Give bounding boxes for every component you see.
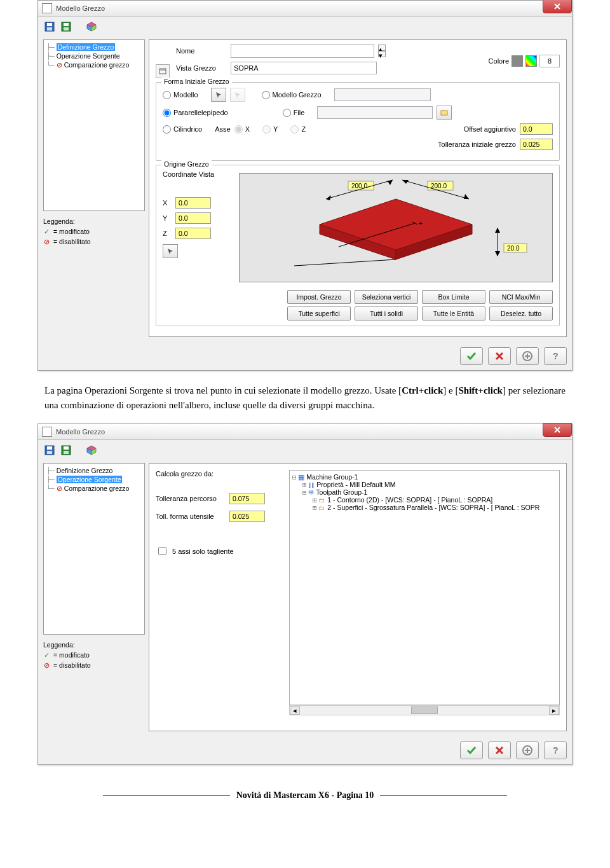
radio-axis-x[interactable]: X	[234, 125, 250, 134]
tutti-solidi-button[interactable]: Tutti i solidi	[355, 307, 418, 320]
toolbar	[38, 440, 572, 460]
svg-rect-9	[159, 69, 166, 74]
ok-button[interactable]	[460, 347, 483, 365]
save-icon[interactable]	[43, 20, 56, 33]
box-limite-button[interactable]: Box Limite	[422, 290, 485, 304]
cube-icon[interactable]	[85, 444, 98, 457]
save-green-icon[interactable]	[60, 20, 72, 33]
title-text: Modello Grezzo	[56, 4, 105, 12]
legend-title: Leggenda:	[43, 641, 145, 649]
toll-utensile-label: Toll. forma utensile	[156, 513, 226, 520]
origine-group: Origine Grezzo Coordinate Vista X0.0 Y0.…	[156, 165, 560, 326]
svg-text:200.0: 200.0	[431, 183, 447, 189]
svg-rect-41	[64, 446, 69, 450]
color-index[interactable]: 8	[539, 55, 560, 67]
tree-item-comparazione[interactable]: └─ ⊘ Comparazione grezzo	[45, 60, 143, 69]
view-icon-button[interactable]	[156, 64, 170, 78]
nome-input[interactable]	[231, 44, 374, 58]
chk-5assi[interactable]: 5 assi solo tagliente	[156, 545, 234, 557]
svg-rect-1	[47, 23, 52, 26]
toll-utensile-value[interactable]: 0.025	[229, 511, 265, 522]
dialog-modello-grezzo-1: Modello Grezzo ├─ Definizione Grezzo ├─ …	[37, 0, 573, 371]
save-green-icon[interactable]	[60, 444, 72, 457]
dialog-modello-grezzo-2: Modello Grezzo ├─ Definizione Grezzo ├─ …	[37, 424, 573, 765]
deselez-tutto-button[interactable]: Deselez. tutto	[489, 307, 553, 320]
svg-marker-24	[402, 180, 409, 184]
svg-text:+: +	[419, 220, 423, 227]
stock-diagram: 200.0 200.0 200.0 20.0	[239, 173, 553, 282]
svg-rect-4	[64, 23, 69, 26]
tree-item-definizione[interactable]: ├─ Definizione Grezzo	[45, 43, 143, 52]
colore-label: Colore	[489, 57, 509, 65]
radio-file[interactable]: File	[283, 109, 305, 117]
radio-axis-z[interactable]: Z	[290, 125, 306, 134]
file-combo[interactable]	[317, 106, 433, 119]
save-icon[interactable]	[43, 444, 56, 457]
titlebar[interactable]: Modello Grezzo	[38, 424, 572, 440]
tree-item-definizione[interactable]: ├─ Definizione Grezzo	[45, 466, 143, 475]
imposta-grezzo-button[interactable]: Impost. Grezzo	[287, 290, 351, 304]
radio-modello[interactable]: Modello	[163, 91, 198, 99]
add-button[interactable]	[516, 347, 539, 365]
machine-tree[interactable]: ⊟▦Machine Group-1 ⊞⫿⫿Proprietà - Mill De…	[289, 470, 560, 705]
svg-rect-42	[64, 451, 69, 454]
svg-rect-38	[47, 446, 52, 450]
close-button[interactable]	[543, 423, 572, 437]
toll-iniziale-value[interactable]: 0.025	[520, 139, 553, 150]
radio-parallelepipedo[interactable]: Pararellelepipedo	[163, 109, 228, 117]
color-picker-icon[interactable]	[525, 55, 537, 67]
help-button[interactable]: ?	[544, 347, 567, 365]
coord-x[interactable]: 0.0	[175, 197, 211, 209]
color-swatch[interactable]	[512, 55, 523, 67]
arrow-pick-icon[interactable]	[211, 88, 226, 102]
tree-item-operazione[interactable]: ├─ Operazione Sorgente	[45, 475, 143, 484]
nome-label: Nome	[176, 47, 227, 55]
svg-marker-22	[326, 195, 331, 200]
vista-label: Vista Grezzo	[176, 64, 227, 72]
app-icon	[42, 427, 52, 437]
svg-marker-27	[495, 251, 500, 256]
svg-text:?: ?	[553, 745, 559, 755]
cube-icon[interactable]	[85, 20, 98, 33]
offset-value[interactable]: 0.0	[520, 123, 553, 135]
toll-percorso-label: Tolleranza percorso	[156, 495, 226, 502]
tutte-entita-button[interactable]: Tutte le Entità	[422, 307, 485, 320]
legend-title: Leggenda:	[43, 217, 145, 225]
radio-cilindrico[interactable]: Cilindrico	[163, 125, 202, 134]
legend: Leggenda: ✓= modificato ⊘= disabilitato	[43, 641, 145, 669]
seleziona-vertici-button[interactable]: Seleziona vertici	[355, 290, 418, 304]
svg-marker-23	[388, 180, 393, 185]
page-footer: Novità di Mastercam X6 - Pagina 10	[236, 790, 374, 800]
toolbar	[38, 17, 572, 37]
help-button[interactable]: ?	[544, 741, 567, 759]
svg-marker-28	[320, 199, 472, 250]
tree-item-comparazione[interactable]: └─ ⊘ Comparazione grezzo	[45, 484, 143, 493]
svg-rect-11	[441, 111, 447, 115]
pick-origin-icon[interactable]	[163, 244, 178, 258]
radio-axis-y[interactable]: Y	[262, 125, 278, 134]
vista-value[interactable]: SOPRA	[231, 62, 377, 74]
svg-text:?: ?	[553, 351, 559, 361]
titlebar[interactable]: Modello Grezzo	[38, 1, 572, 17]
close-button[interactable]	[543, 0, 572, 13]
svg-rect-5	[64, 27, 69, 31]
tree-item-operazione[interactable]: ├─ Operazione Sorgente	[45, 52, 143, 60]
cancel-button[interactable]	[488, 347, 511, 365]
add-button[interactable]	[516, 741, 539, 759]
h-scrollbar[interactable]: ◂ ▸	[289, 705, 560, 715]
radio-modello-grezzo[interactable]: Modello Grezzo	[262, 91, 322, 99]
nci-maxmin-button[interactable]: NCI Max/Min	[489, 290, 553, 304]
cancel-button[interactable]	[488, 741, 511, 759]
toll-percorso-value[interactable]: 0.075	[229, 493, 265, 504]
modello-grezzo-combo[interactable]	[334, 88, 431, 101]
tutte-superfici-button[interactable]: Tutte superfici	[287, 307, 351, 320]
nome-spinner[interactable]: ▴▾	[378, 45, 386, 57]
svg-marker-25	[464, 194, 469, 199]
arrow-pick-disabled-icon	[230, 88, 245, 102]
file-browse-icon[interactable]	[437, 106, 452, 120]
coord-z[interactable]: 0.0	[175, 228, 211, 239]
coord-y[interactable]: 0.0	[175, 212, 211, 224]
nav-tree[interactable]: ├─ Definizione Grezzo ├─ Operazione Sorg…	[43, 39, 145, 211]
ok-button[interactable]	[460, 741, 483, 759]
nav-tree[interactable]: ├─ Definizione Grezzo ├─ Operazione Sorg…	[43, 463, 145, 635]
